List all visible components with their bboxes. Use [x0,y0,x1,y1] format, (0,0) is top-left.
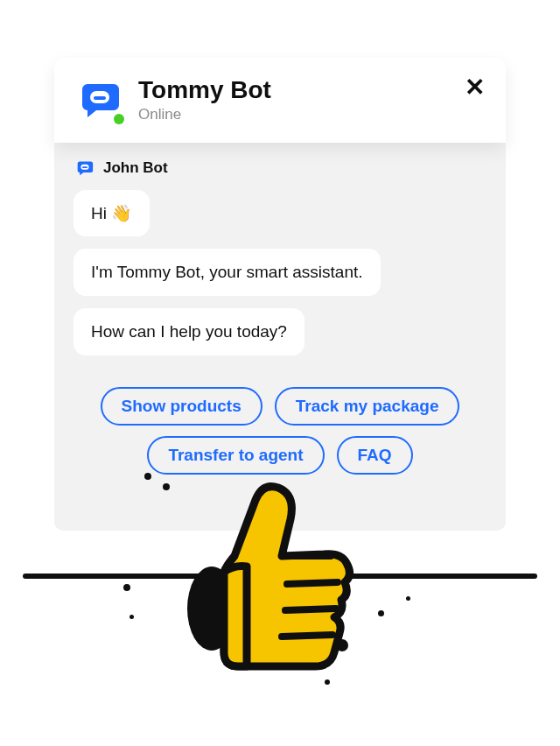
quick-reply-show-products[interactable]: Show products [101,387,262,426]
sender-name: John Bot [103,159,168,177]
chat-widget: Tommy Bot Online ✕ John Bot Hi 👋 I'm Tom… [54,58,506,531]
svg-rect-1 [94,96,106,100]
chat-header: Tommy Bot Online ✕ [54,58,506,143]
close-button[interactable]: ✕ [462,75,486,100]
online-status-dot [114,114,124,124]
thumbs-up-icon [184,468,376,683]
decorative-dot [123,584,130,591]
bot-name: Tommy Bot [138,77,483,104]
sender-line: John Bot [75,158,486,178]
message-bubble: Hi 👋 [74,190,150,237]
close-icon: ✕ [465,75,485,100]
quick-reply-track-package[interactable]: Track my package [275,387,460,426]
bot-status: Online [138,106,483,123]
message-bubble: I'm Tommy Bot, your smart assistant. [74,249,381,296]
decorative-dot [406,596,410,601]
bot-avatar [77,77,122,123]
decorative-dot [378,610,384,616]
quick-replies: Show products Track my package Transfer … [74,387,486,475]
decorative-dot [144,473,151,480]
decorative-dot [130,615,134,619]
chat-logo-icon-small [75,158,94,178]
message-bubble: How can I help you today? [74,308,304,355]
svg-rect-3 [82,166,88,168]
decorative-dot [163,483,170,490]
chat-body: John Bot Hi 👋 I'm Tommy Bot, your smart … [54,143,506,485]
